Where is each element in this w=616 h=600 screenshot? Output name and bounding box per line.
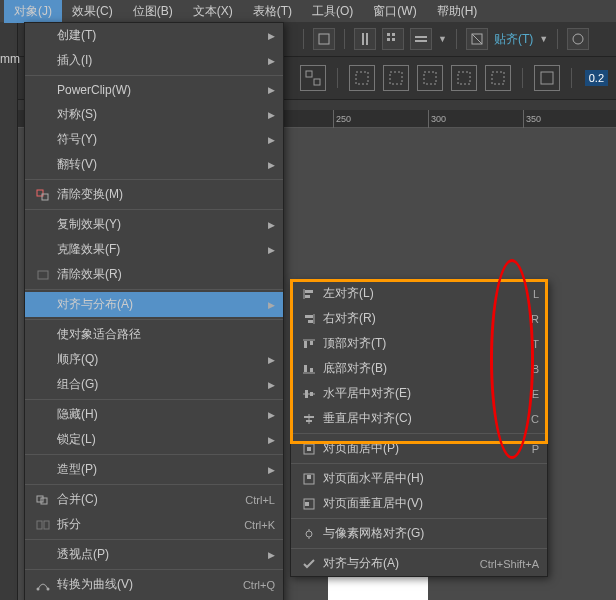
svg-rect-13	[314, 79, 320, 85]
tool-icon[interactable]	[313, 28, 335, 50]
submenu-item-label: 顶部对齐(T)	[323, 335, 524, 352]
shape-icon[interactable]	[534, 65, 560, 91]
menu-shortcut: Ctrl+K	[244, 519, 275, 531]
menubar-item[interactable]: 表格(T)	[243, 0, 302, 23]
tool-icon[interactable]	[567, 28, 589, 50]
blank-icon	[33, 352, 53, 368]
menu-item[interactable]: PowerClip(W)▶	[25, 78, 283, 102]
menu-item-label: PowerClip(W)	[57, 83, 268, 97]
shape-icon[interactable]	[451, 65, 477, 91]
submenu-item[interactable]: 垂直居中对齐(C)C	[291, 406, 547, 431]
menu-item-label: 符号(Y)	[57, 131, 268, 148]
menu-item[interactable]: 组合(G)▶	[25, 372, 283, 397]
submenu-item-label: 对齐与分布(A)	[323, 555, 472, 572]
menu-item[interactable]: 隐藏(H)▶	[25, 402, 283, 427]
submenu-shortcut: C	[531, 413, 539, 425]
menu-item[interactable]: 符号(Y)▶	[25, 127, 283, 152]
submenu-arrow-icon: ▶	[268, 300, 275, 310]
svg-rect-4	[392, 33, 395, 36]
svg-rect-2	[366, 33, 368, 45]
page-c-icon	[299, 441, 319, 457]
align-b-icon	[299, 361, 319, 377]
menu-item[interactable]: 透视点(P)▶	[25, 542, 283, 567]
submenu-item[interactable]: 对页面居中(P)P	[291, 436, 547, 461]
ruler-tick: 350	[523, 110, 541, 128]
menu-item[interactable]: 清除变换(M)	[25, 182, 283, 207]
submenu-shortcut: L	[533, 288, 539, 300]
shape-icon[interactable]	[417, 65, 443, 91]
menubar-item[interactable]: 位图(B)	[123, 0, 183, 23]
submenu-item-label: 对页面居中(P)	[323, 440, 524, 457]
submenu-item-label: 左对齐(L)	[323, 285, 525, 302]
svg-point-11	[573, 34, 583, 44]
svg-point-27	[37, 587, 40, 590]
menu-item[interactable]: 复制效果(Y)▶	[25, 212, 283, 237]
blank-icon	[33, 547, 53, 563]
menubar-item[interactable]: 效果(C)	[62, 0, 123, 23]
svg-rect-15	[390, 72, 402, 84]
shape-icon[interactable]	[383, 65, 409, 91]
submenu-item[interactable]: 右对齐(R)R	[291, 306, 547, 331]
shape-icon[interactable]	[349, 65, 375, 91]
menubar-item[interactable]: 工具(O)	[302, 0, 363, 23]
submenu-item[interactable]: 底部对齐(B)B	[291, 356, 547, 381]
submenu-item[interactable]: 水平居中对齐(E)E	[291, 381, 547, 406]
menu-item: 拆分Ctrl+K	[25, 512, 283, 537]
tool-icon[interactable]	[410, 28, 432, 50]
submenu-item[interactable]: 与像素网格对齐(G)	[291, 521, 547, 546]
menu-item-label: 锁定(L)	[57, 431, 268, 448]
align-icon[interactable]	[300, 65, 326, 91]
svg-rect-36	[305, 315, 313, 318]
svg-rect-6	[392, 38, 395, 41]
submenu-arrow-icon: ▶	[268, 355, 275, 365]
tool-icon[interactable]	[466, 28, 488, 50]
tool-icon[interactable]	[382, 28, 404, 50]
svg-rect-26	[44, 521, 49, 529]
menu-item[interactable]: 对齐与分布(A)▶	[25, 292, 283, 317]
submenu-item[interactable]: 对页面垂直居中(V)	[291, 491, 547, 516]
submenu-item[interactable]: 对页面水平居中(H)	[291, 466, 547, 491]
shape-icon[interactable]	[485, 65, 511, 91]
menubar-item[interactable]: 文本(X)	[183, 0, 243, 23]
blank-icon	[33, 132, 53, 148]
submenu-item[interactable]: 左对齐(L)L	[291, 281, 547, 306]
menubar-item[interactable]: 窗口(W)	[363, 0, 426, 23]
submenu-arrow-icon: ▶	[268, 410, 275, 420]
menu-item[interactable]: 创建(T)▶	[25, 23, 283, 48]
curve-icon	[33, 577, 53, 593]
submenu-item-label: 水平居中对齐(E)	[323, 385, 524, 402]
menu-item[interactable]: 顺序(Q)▶	[25, 347, 283, 372]
svg-rect-0	[319, 34, 329, 44]
value-field[interactable]: 0.2	[585, 70, 608, 86]
submenu-item-label: 右对齐(R)	[323, 310, 523, 327]
menubar-item[interactable]: 对象(J)	[4, 0, 62, 23]
submenu-shortcut: P	[532, 443, 539, 455]
svg-rect-33	[305, 290, 313, 293]
menu-item[interactable]: 使对象适合路径	[25, 322, 283, 347]
submenu-shortcut: R	[531, 313, 539, 325]
submenu-arrow-icon: ▶	[268, 380, 275, 390]
svg-rect-18	[492, 72, 504, 84]
menu-item[interactable]: 锁定(L)▶	[25, 427, 283, 452]
menu-item[interactable]: 克隆效果(F)▶	[25, 237, 283, 262]
menubar-item[interactable]: 帮助(H)	[427, 0, 488, 23]
tool-icon[interactable]	[354, 28, 376, 50]
snap-link[interactable]: 贴齐(T)	[494, 31, 533, 48]
submenu-item-label: 对页面水平居中(H)	[323, 470, 539, 487]
svg-rect-55	[305, 502, 309, 506]
menu-item[interactable]: 合并(C)Ctrl+L	[25, 487, 283, 512]
svg-rect-34	[305, 295, 310, 298]
svg-rect-22	[38, 271, 48, 279]
menu-item[interactable]: 造型(P)▶	[25, 457, 283, 482]
svg-rect-12	[306, 71, 312, 77]
menu-item-label: 合并(C)	[57, 491, 237, 508]
submenu-item[interactable]: 顶部对齐(T)T	[291, 331, 547, 356]
menu-item[interactable]: 转换为曲线(V)Ctrl+Q	[25, 572, 283, 597]
menu-item[interactable]: 翻转(V)▶	[25, 152, 283, 177]
menu-item[interactable]: 对称(S)▶	[25, 102, 283, 127]
svg-rect-8	[415, 40, 427, 42]
submenu-item[interactable]: 对齐与分布(A)Ctrl+Shift+A	[291, 551, 547, 576]
menu-item[interactable]: 插入(I)▶	[25, 48, 283, 73]
blank-icon	[33, 432, 53, 448]
submenu-item-label: 与像素网格对齐(G)	[323, 525, 539, 542]
